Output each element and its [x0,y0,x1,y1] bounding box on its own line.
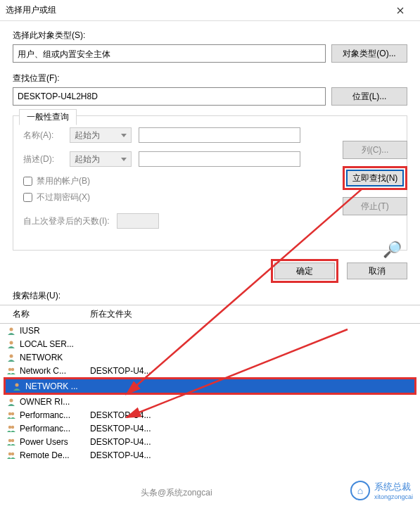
result-location: DESKTOP-U4... [90,450,414,460]
disabled-accounts-label: 禁用的帐户(B) [37,175,90,187]
close-icon [397,7,404,14]
window-title: 选择用户或组 [6,4,386,16]
results-list[interactable]: IUSRLOCAL SER...NETWORKNetwork C...DESKT… [0,324,420,472]
tab-common-queries[interactable]: 一般性查询 [19,109,77,125]
result-row[interactable]: Power UsersDESKTOP-U4... [0,435,420,448]
disabled-accounts-checkbox[interactable] [23,177,32,186]
locations-button[interactable]: 位置(L)... [331,87,407,106]
svg-point-10 [11,425,14,428]
svg-point-12 [11,438,14,441]
search-results-label: 搜索结果(U): [0,290,420,305]
toutiao-watermark: 头条@系统zongcai [141,487,212,499]
location-field: DESKTOP-U4L2H8D [13,87,326,106]
name-input[interactable] [139,127,300,143]
group-icon [6,424,17,434]
columns-button[interactable]: 列(C)... [343,141,407,159]
result-name: Performanc... [20,424,90,434]
description-label: 描述(D): [23,153,63,165]
result-row[interactable]: Performanc...DESKTOP-U4... [0,422,420,435]
object-type-label: 选择此对象类型(S): [13,30,407,42]
result-name: IUSR [20,326,90,336]
result-row[interactable]: LOCAL SER... [0,337,420,350]
stop-button: 停止(T) [343,197,407,215]
result-name: Performanc... [20,410,90,420]
result-name: NETWORK ... [25,381,96,391]
titlebar: 选择用户或组 [0,0,420,21]
svg-point-0 [10,327,13,331]
result-location: DESKTOP-U4... [90,437,414,447]
result-location: DESKTOP-U4... [90,366,414,376]
column-header-location[interactable]: 所在文件夹 [90,308,407,320]
result-name: NETWORK [20,353,90,362]
svg-point-8 [11,412,14,415]
svg-point-1 [10,341,13,344]
svg-point-5 [15,383,19,386]
result-row[interactable]: NETWORK ... [6,379,414,393]
close-button[interactable] [386,1,414,20]
group-icon [6,437,17,447]
result-row[interactable]: OWNER RI... [0,395,420,408]
svg-point-9 [8,425,11,428]
no-expire-checkbox[interactable] [23,193,32,202]
svg-point-14 [11,452,14,455]
watermark-text: 系统总裁 [374,481,413,493]
watermark-sub: xitongzongcai [374,493,413,500]
location-label: 查找位置(F): [13,72,407,84]
result-name: LOCAL SER... [20,339,90,349]
result-row[interactable]: NETWORK [0,350,420,364]
user-icon [6,397,17,407]
result-name: Network C... [20,366,90,376]
user-icon [6,326,17,336]
ok-button[interactable]: 确定 [274,263,335,279]
group-icon [6,366,17,376]
result-name: OWNER RI... [20,397,90,407]
result-name: Remote De... [20,450,90,460]
name-match-combo[interactable]: 起始为 [70,127,132,143]
description-input[interactable] [139,151,300,167]
watermark: ⌂ 系统总裁 xitongzongcai [350,481,413,500]
selected-row-highlight: NETWORK ... [4,377,416,395]
ok-highlight: 确定 [271,259,338,283]
days-since-logon-label: 自上次登录后的天数(I): [23,215,110,227]
result-row[interactable]: Remote De...DESKTOP-U4... [0,448,420,462]
svg-point-7 [8,412,11,415]
group-icon [6,410,17,420]
user-icon [6,339,17,349]
svg-point-11 [8,438,11,441]
result-row[interactable]: Network C...DESKTOP-U4... [0,364,420,377]
result-location: DESKTOP-U4... [90,410,414,420]
object-type-field: 用户、组或内置安全主体 [13,44,326,63]
column-header-name[interactable]: 名称 [13,308,90,320]
svg-point-2 [10,354,13,358]
no-expire-label: 不过期密码(X) [37,191,90,203]
user-icon [6,353,17,362]
svg-point-13 [8,452,11,455]
days-since-logon-input[interactable] [117,213,159,229]
result-location: DESKTOP-U4... [90,424,414,434]
watermark-icon: ⌂ [350,481,370,500]
object-types-button[interactable]: 对象类型(O)... [331,44,407,63]
magnifier-icon: 🔎 [383,241,402,259]
find-now-highlight: 立即查找(N) [343,166,407,190]
result-row[interactable]: IUSR [0,324,420,337]
results-header: 名称 所在文件夹 [0,305,420,324]
result-name: Power Users [20,437,90,447]
user-icon [11,381,23,391]
svg-point-6 [10,398,13,402]
description-match-combo[interactable]: 起始为 [70,151,132,167]
svg-point-4 [11,367,14,370]
cancel-button[interactable]: 取消 [347,263,407,279]
svg-point-3 [8,367,11,370]
find-now-button[interactable]: 立即查找(N) [346,170,404,186]
group-icon [6,450,17,460]
result-row[interactable]: Performanc...DESKTOP-U4... [0,408,420,422]
name-label: 名称(A): [23,129,63,141]
